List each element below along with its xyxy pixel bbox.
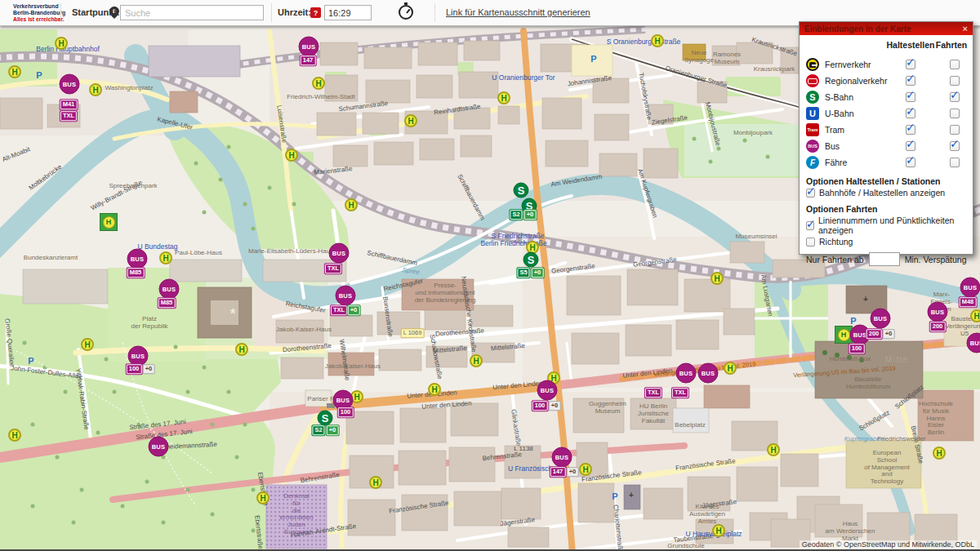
bus-marker[interactable]: BUS <box>149 437 169 457</box>
checkbox-haltestellen-faehre[interactable] <box>906 158 915 167</box>
sbahn-marker[interactable]: S <box>318 411 333 426</box>
line-badge[interactable]: S2 <box>312 425 324 435</box>
bus-stop-marker[interactable]: H <box>8 429 21 442</box>
checkbox-fahrten-faehre[interactable] <box>950 158 960 167</box>
bus-stop-marker[interactable]: H <box>497 91 510 104</box>
bus-stop-marker[interactable]: H <box>404 114 417 127</box>
line-badge[interactable]: 200 <box>930 322 946 331</box>
bus-marker[interactable]: BUS <box>698 363 719 384</box>
bus-marker[interactable]: BUS <box>960 278 980 298</box>
line-badge[interactable]: L 1069 <box>401 328 425 338</box>
bus-stop-marker[interactable]: H <box>369 476 382 489</box>
bus-stop-marker[interactable]: H <box>159 251 172 264</box>
stopwatch-icon[interactable] <box>399 5 413 20</box>
bus-stop-marker[interactable]: H <box>89 83 102 96</box>
search-input[interactable] <box>120 5 264 20</box>
bus-stop-marker[interactable]: H <box>312 77 325 90</box>
line-badge[interactable]: S5 <box>517 268 529 278</box>
checkbox-fahrten-ubahn[interactable] <box>950 109 960 118</box>
bus-stop-marker[interactable]: H <box>710 272 724 285</box>
line-badge[interactable]: S2 <box>510 210 522 220</box>
bus-stop-marker[interactable]: H <box>712 524 725 537</box>
checkbox-haltestellen-sbahn[interactable] <box>906 92 915 102</box>
sbahn-marker[interactable]: S <box>514 183 529 198</box>
checkbox-fahrten-fern[interactable] <box>950 60 960 69</box>
stops-checkbox-0[interactable] <box>806 189 815 198</box>
bus-stop-marker[interactable]: H <box>235 343 248 356</box>
bus-stop-marker[interactable]: H <box>470 354 483 367</box>
line-badge[interactable]: TXL <box>60 111 77 121</box>
bus-stop-marker[interactable]: H <box>345 198 358 211</box>
line-badge[interactable]: 100 <box>849 344 865 353</box>
uhrzeit-label: Uhrzeit: <box>278 7 311 17</box>
bus-marker[interactable]: BUS <box>537 380 558 401</box>
bus-stop-marker[interactable]: H <box>724 362 737 375</box>
stops-option: Bahnhöfe / Haltestellen anzeigen <box>800 187 973 198</box>
line-badge[interactable]: +0 <box>532 268 544 278</box>
checkbox-fahrten-tram[interactable] <box>950 125 960 135</box>
bus-stop-marker[interactable]: H <box>428 383 441 396</box>
bus-marker[interactable]: BUS <box>299 37 319 57</box>
bus-stop-marker[interactable]: H <box>55 37 68 50</box>
bus-stop-marker[interactable]: H <box>933 447 946 460</box>
line-badge[interactable]: 147 <box>550 467 566 477</box>
line-badge[interactable]: TXL <box>331 305 347 315</box>
checkbox-haltestellen-ubahn[interactable] <box>906 109 915 118</box>
line-badge[interactable]: TXL <box>672 388 688 398</box>
trips-checkbox-1[interactable] <box>806 238 815 247</box>
line-badge[interactable]: 200 <box>866 329 882 339</box>
line-badge[interactable]: 100 <box>338 407 354 417</box>
bus-marker[interactable]: BUS <box>336 286 356 306</box>
bus-marker[interactable]: BUS <box>928 302 948 322</box>
line-badge[interactable]: TXL <box>325 264 341 273</box>
line-badge[interactable]: M85 <box>127 268 145 278</box>
time-input[interactable] <box>324 5 372 20</box>
line-badge[interactable]: +0 <box>883 329 895 339</box>
line-badge[interactable]: +0 <box>327 425 339 435</box>
sbahn-marker[interactable]: S <box>523 252 539 268</box>
min-delay-input[interactable] <box>869 252 900 266</box>
bus-marker[interactable]: BUS <box>329 243 350 264</box>
checkbox-fahrten-regio[interactable] <box>950 76 960 86</box>
line-badge[interactable]: 100 <box>532 401 548 411</box>
checkbox-haltestellen-bus[interactable] <box>906 141 915 151</box>
bus-marker[interactable]: BUS <box>128 346 149 367</box>
bus-marker[interactable]: BUS <box>552 447 572 468</box>
line-badge[interactable]: M85 <box>158 298 176 308</box>
generate-map-link[interactable]: Link für Kartenausschnitt generieren <box>446 7 590 17</box>
bus-stop-marker[interactable]: H <box>767 443 780 456</box>
checkbox-haltestellen-regio[interactable] <box>906 76 915 86</box>
checkbox-haltestellen-fern[interactable] <box>906 60 915 69</box>
line-badge[interactable]: 100 <box>127 364 142 374</box>
line-badge[interactable]: M41 <box>60 100 78 109</box>
panel-header[interactable]: Einblendungen in der Karte × <box>800 22 973 35</box>
row-label: Fähre <box>825 158 847 167</box>
line-badge[interactable]: +0 <box>524 210 537 220</box>
bus-marker[interactable]: BUS <box>60 74 80 95</box>
bus-stop-marker[interactable]: H <box>285 149 298 162</box>
bus-marker[interactable]: BUS <box>676 363 697 384</box>
line-badge[interactable]: M48 <box>960 297 977 307</box>
trips-checkbox-0[interactable] <box>806 221 814 230</box>
line-badge[interactable]: +0 <box>143 364 155 374</box>
bus-marker[interactable]: BUS <box>127 249 148 269</box>
line-badge[interactable]: +0 <box>549 401 561 411</box>
bus-stop-marker[interactable]: H <box>579 463 592 476</box>
line-badge[interactable]: +0 <box>567 467 579 477</box>
close-icon[interactable]: × <box>963 24 968 33</box>
line-badge[interactable]: TXL <box>645 388 662 398</box>
help-icon[interactable]: ? <box>310 7 321 18</box>
bus-stop-marker[interactable]: H <box>81 338 94 351</box>
checkbox-fahrten-bus[interactable] <box>950 141 960 151</box>
bus-stop-marker[interactable]: H <box>8 65 21 78</box>
line-badge[interactable]: +0 <box>348 305 360 315</box>
bus-marker[interactable]: BUS <box>159 279 180 300</box>
bus-stop-marker[interactable]: H <box>256 491 270 504</box>
bus-stop-marker[interactable]: H <box>970 309 980 322</box>
line-badge[interactable]: 147 <box>301 56 316 65</box>
checkbox-fahrten-sbahn[interactable] <box>950 92 960 102</box>
bus-marker[interactable]: BUS <box>871 309 891 329</box>
checkbox-haltestellen-tram[interactable] <box>906 125 915 135</box>
bus-stop-marker[interactable]: H <box>651 34 664 47</box>
station-stop-marker[interactable]: H <box>100 213 118 231</box>
